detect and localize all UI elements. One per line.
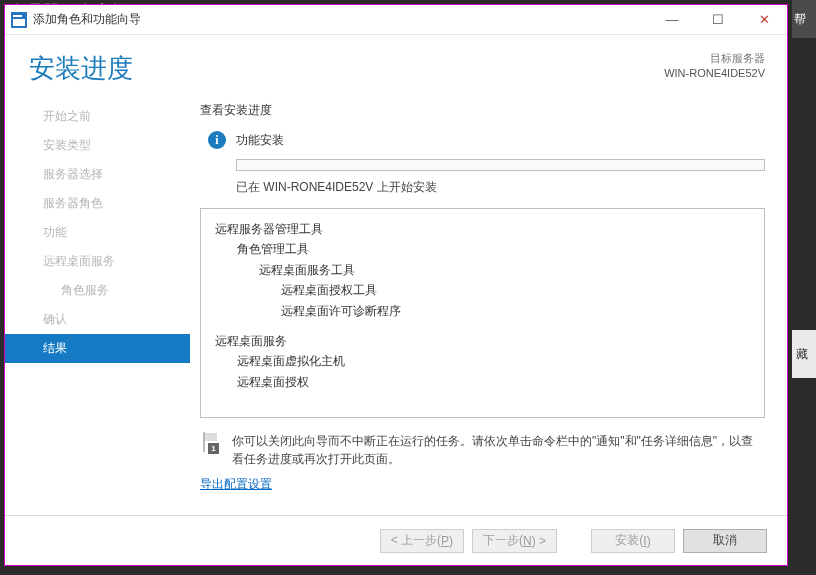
maximize-button[interactable]: ☐ bbox=[695, 5, 741, 35]
close-button[interactable]: ✕ bbox=[741, 5, 787, 35]
content-title: 查看安装进度 bbox=[200, 102, 765, 119]
wizard-sidebar: 开始之前安装类型服务器选择服务器角色功能远程桌面服务角色服务确认结果 bbox=[5, 96, 190, 515]
background-right-strip-mid: 藏 bbox=[792, 330, 816, 378]
tip-row: 1 你可以关闭此向导而不中断正在运行的任务。请依次单击命令栏中的"通知"和"任务… bbox=[200, 432, 765, 468]
feature-item: 角色管理工具 bbox=[237, 239, 750, 259]
wizard-footer: < 上一步(P) 下一步(N) > 安装(I) 取消 bbox=[5, 515, 787, 565]
export-config-link[interactable]: 导出配置设置 bbox=[200, 476, 765, 493]
minimize-button[interactable]: — bbox=[649, 5, 695, 35]
status-row: i 功能安装 bbox=[208, 131, 765, 149]
sidebar-item-5: 远程桌面服务 bbox=[5, 247, 190, 276]
wizard-header: 安装进度 目标服务器 WIN-RONE4IDE52V bbox=[5, 35, 787, 96]
sidebar-item-6: 角色服务 bbox=[5, 276, 190, 305]
background-right-strip-top: 帮 bbox=[792, 0, 816, 38]
target-server-block: 目标服务器 WIN-RONE4IDE52V bbox=[664, 51, 765, 82]
window-title: 添加角色和功能向导 bbox=[33, 11, 649, 28]
prev-button: < 上一步(P) bbox=[380, 529, 464, 553]
feature-item: 远程桌面授权工具 bbox=[281, 280, 750, 300]
feature-item: 远程桌面授权 bbox=[237, 372, 750, 392]
app-icon bbox=[11, 12, 27, 28]
flag-badge: 1 bbox=[208, 443, 219, 454]
sidebar-item-8[interactable]: 结果 bbox=[5, 334, 190, 363]
feature-item: 远程桌面服务工具 bbox=[259, 260, 750, 280]
next-button: 下一步(N) > bbox=[472, 529, 557, 553]
tip-text: 你可以关闭此向导而不中断正在运行的任务。请依次单击命令栏中的"通知"和"任务详细… bbox=[232, 432, 765, 468]
feature-item: 远程桌面虚拟化主机 bbox=[237, 351, 750, 371]
wizard-window: 添加角色和功能向导 — ☐ ✕ 安装进度 目标服务器 WIN-RONE4IDE5… bbox=[4, 4, 788, 566]
feature-item: 远程服务器管理工具 bbox=[215, 219, 750, 239]
sidebar-item-7: 确认 bbox=[5, 305, 190, 334]
flag-icon: 1 bbox=[200, 432, 222, 454]
titlebar: 添加角色和功能向导 — ☐ ✕ bbox=[5, 5, 787, 35]
feature-item: 远程桌面许可诊断程序 bbox=[281, 301, 750, 321]
status-text: 功能安装 bbox=[236, 132, 284, 149]
install-button: 安装(I) bbox=[591, 529, 675, 553]
wizard-content: 查看安装进度 i 功能安装 已在 WIN-RONE4IDE52V 上开始安装 远… bbox=[190, 96, 787, 515]
sidebar-item-2: 服务器选择 bbox=[5, 160, 190, 189]
features-list: 远程服务器管理工具角色管理工具远程桌面服务工具远程桌面授权工具远程桌面许可诊断程… bbox=[200, 208, 765, 418]
progress-subtext: 已在 WIN-RONE4IDE52V 上开始安装 bbox=[236, 179, 765, 196]
feature-item: 远程桌面服务 bbox=[215, 331, 750, 351]
cancel-button[interactable]: 取消 bbox=[683, 529, 767, 553]
progress-bar bbox=[236, 159, 765, 171]
sidebar-item-1: 安装类型 bbox=[5, 131, 190, 160]
info-icon: i bbox=[208, 131, 226, 149]
sidebar-item-0: 开始之前 bbox=[5, 102, 190, 131]
target-server-label: 目标服务器 bbox=[664, 51, 765, 66]
page-heading: 安装进度 bbox=[29, 51, 664, 86]
sidebar-item-4: 功能 bbox=[5, 218, 190, 247]
target-server-value: WIN-RONE4IDE52V bbox=[664, 66, 765, 81]
sidebar-item-3: 服务器角色 bbox=[5, 189, 190, 218]
